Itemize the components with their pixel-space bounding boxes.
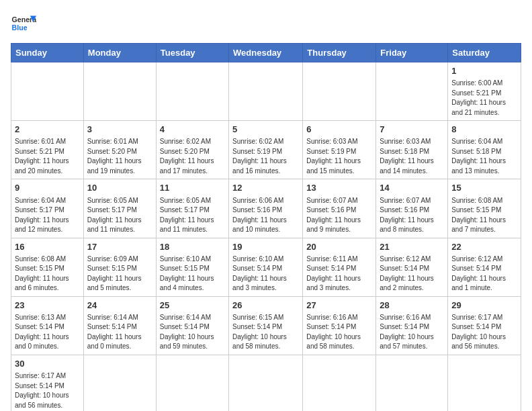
day-number: 5 (232, 124, 299, 136)
col-header-friday: Friday (376, 44, 448, 62)
day-info: Sunrise: 6:15 AM Sunset: 5:14 PM Dayligh… (232, 313, 299, 352)
day-info: Sunrise: 6:01 AM Sunset: 5:20 PM Dayligh… (87, 137, 152, 176)
day-number: 19 (232, 241, 299, 253)
calendar-cell: 17Sunrise: 6:09 AM Sunset: 5:15 PM Dayli… (83, 238, 156, 296)
day-number: 13 (306, 182, 372, 194)
day-info: Sunrise: 6:10 AM Sunset: 5:14 PM Dayligh… (232, 255, 299, 293)
calendar-cell: 2Sunrise: 6:01 AM Sunset: 5:21 PM Daylig… (11, 121, 84, 179)
calendar-cell: 30Sunrise: 6:17 AM Sunset: 5:14 PM Dayli… (11, 355, 84, 411)
col-header-tuesday: Tuesday (156, 44, 228, 62)
day-number: 2 (15, 124, 80, 136)
day-number: 23 (15, 300, 80, 312)
col-header-sunday: Sunday (11, 44, 84, 62)
calendar-cell: 15Sunrise: 6:08 AM Sunset: 5:15 PM Dayli… (448, 179, 521, 238)
calendar-cell: 12Sunrise: 6:06 AM Sunset: 5:16 PM Dayli… (229, 179, 303, 238)
calendar-header-row: SundayMondayTuesdayWednesdayThursdayFrid… (11, 44, 521, 62)
day-info: Sunrise: 6:07 AM Sunset: 5:16 PM Dayligh… (380, 196, 444, 235)
calendar-cell (156, 355, 228, 411)
day-info: Sunrise: 6:14 AM Sunset: 5:14 PM Dayligh… (87, 313, 152, 352)
day-number: 7 (380, 124, 444, 136)
calendar-cell: 24Sunrise: 6:14 AM Sunset: 5:14 PM Dayli… (83, 296, 156, 355)
day-info: Sunrise: 6:04 AM Sunset: 5:17 PM Dayligh… (15, 196, 80, 235)
day-info: Sunrise: 6:08 AM Sunset: 5:15 PM Dayligh… (451, 196, 517, 235)
day-number: 8 (451, 124, 517, 136)
calendar-cell (448, 355, 521, 411)
day-info: Sunrise: 6:08 AM Sunset: 5:15 PM Dayligh… (15, 255, 80, 293)
day-info: Sunrise: 6:03 AM Sunset: 5:19 PM Dayligh… (306, 137, 372, 176)
calendar-cell: 18Sunrise: 6:10 AM Sunset: 5:15 PM Dayli… (156, 238, 228, 296)
calendar-cell: 22Sunrise: 6:12 AM Sunset: 5:14 PM Dayli… (448, 238, 521, 296)
calendar-cell: 1Sunrise: 6:00 AM Sunset: 5:21 PM Daylig… (448, 62, 521, 121)
day-number: 18 (160, 241, 225, 253)
day-number: 9 (15, 182, 80, 194)
day-number: 26 (232, 300, 299, 312)
day-info: Sunrise: 6:11 AM Sunset: 5:14 PM Dayligh… (306, 255, 372, 293)
day-number: 10 (87, 182, 152, 194)
day-number: 15 (451, 182, 517, 194)
day-number: 29 (451, 300, 517, 312)
header: General Blue (11, 11, 521, 36)
calendar-week-row: 23Sunrise: 6:13 AM Sunset: 5:14 PM Dayli… (11, 296, 521, 355)
generalblue-logo-icon: General Blue (11, 11, 36, 36)
day-number: 21 (380, 241, 444, 253)
calendar-cell (229, 62, 303, 121)
day-info: Sunrise: 6:04 AM Sunset: 5:18 PM Dayligh… (451, 137, 517, 176)
col-header-monday: Monday (83, 44, 156, 62)
calendar-cell: 26Sunrise: 6:15 AM Sunset: 5:14 PM Dayli… (229, 296, 303, 355)
calendar-week-row: 9Sunrise: 6:04 AM Sunset: 5:17 PM Daylig… (11, 179, 521, 238)
calendar-cell: 27Sunrise: 6:16 AM Sunset: 5:14 PM Dayli… (303, 296, 376, 355)
day-info: Sunrise: 6:03 AM Sunset: 5:18 PM Dayligh… (380, 137, 444, 176)
day-info: Sunrise: 6:12 AM Sunset: 5:14 PM Dayligh… (451, 255, 517, 293)
calendar-cell: 29Sunrise: 6:17 AM Sunset: 5:14 PM Dayli… (448, 296, 521, 355)
calendar-cell (156, 62, 228, 121)
calendar-cell: 8Sunrise: 6:04 AM Sunset: 5:18 PM Daylig… (448, 121, 521, 179)
day-info: Sunrise: 6:16 AM Sunset: 5:14 PM Dayligh… (306, 313, 372, 352)
calendar-cell (83, 62, 156, 121)
day-info: Sunrise: 6:09 AM Sunset: 5:15 PM Dayligh… (87, 255, 152, 293)
day-number: 30 (15, 358, 80, 370)
day-number: 4 (160, 124, 225, 136)
calendar-cell: 10Sunrise: 6:05 AM Sunset: 5:17 PM Dayli… (83, 179, 156, 238)
day-info: Sunrise: 6:13 AM Sunset: 5:14 PM Dayligh… (15, 313, 80, 352)
svg-text:Blue: Blue (12, 24, 28, 32)
day-number: 24 (87, 300, 152, 312)
calendar-week-row: 30Sunrise: 6:17 AM Sunset: 5:14 PM Dayli… (11, 355, 521, 411)
day-info: Sunrise: 6:16 AM Sunset: 5:14 PM Dayligh… (380, 313, 444, 352)
calendar-cell: 9Sunrise: 6:04 AM Sunset: 5:17 PM Daylig… (11, 179, 84, 238)
day-info: Sunrise: 6:02 AM Sunset: 5:20 PM Dayligh… (160, 137, 225, 176)
logo: General Blue (11, 11, 36, 36)
calendar-week-row: 16Sunrise: 6:08 AM Sunset: 5:15 PM Dayli… (11, 238, 521, 296)
day-number: 17 (87, 241, 152, 253)
day-number: 14 (380, 182, 444, 194)
col-header-wednesday: Wednesday (229, 44, 303, 62)
calendar-cell: 4Sunrise: 6:02 AM Sunset: 5:20 PM Daylig… (156, 121, 228, 179)
col-header-saturday: Saturday (448, 44, 521, 62)
calendar-week-row: 1Sunrise: 6:00 AM Sunset: 5:21 PM Daylig… (11, 62, 521, 121)
col-header-thursday: Thursday (303, 44, 376, 62)
calendar-cell (229, 355, 303, 411)
day-info: Sunrise: 6:17 AM Sunset: 5:14 PM Dayligh… (451, 313, 517, 352)
calendar-cell: 6Sunrise: 6:03 AM Sunset: 5:19 PM Daylig… (303, 121, 376, 179)
day-number: 12 (232, 182, 299, 194)
day-info: Sunrise: 6:05 AM Sunset: 5:17 PM Dayligh… (87, 196, 152, 235)
calendar-cell (376, 62, 448, 121)
day-info: Sunrise: 6:17 AM Sunset: 5:14 PM Dayligh… (15, 371, 80, 410)
calendar-cell: 28Sunrise: 6:16 AM Sunset: 5:14 PM Dayli… (376, 296, 448, 355)
day-info: Sunrise: 6:07 AM Sunset: 5:16 PM Dayligh… (306, 196, 372, 235)
day-info: Sunrise: 6:10 AM Sunset: 5:15 PM Dayligh… (160, 255, 225, 293)
calendar-cell: 5Sunrise: 6:02 AM Sunset: 5:19 PM Daylig… (229, 121, 303, 179)
day-number: 1 (451, 65, 517, 77)
day-info: Sunrise: 6:05 AM Sunset: 5:17 PM Dayligh… (160, 196, 225, 235)
day-info: Sunrise: 6:06 AM Sunset: 5:16 PM Dayligh… (232, 196, 299, 235)
calendar-cell: 19Sunrise: 6:10 AM Sunset: 5:14 PM Dayli… (229, 238, 303, 296)
calendar-cell (303, 62, 376, 121)
calendar-cell: 20Sunrise: 6:11 AM Sunset: 5:14 PM Dayli… (303, 238, 376, 296)
calendar-week-row: 2Sunrise: 6:01 AM Sunset: 5:21 PM Daylig… (11, 121, 521, 179)
calendar-cell: 25Sunrise: 6:14 AM Sunset: 5:14 PM Dayli… (156, 296, 228, 355)
calendar-cell (11, 62, 84, 121)
calendar-cell: 7Sunrise: 6:03 AM Sunset: 5:18 PM Daylig… (376, 121, 448, 179)
day-info: Sunrise: 6:01 AM Sunset: 5:21 PM Dayligh… (15, 137, 80, 176)
calendar-cell: 14Sunrise: 6:07 AM Sunset: 5:16 PM Dayli… (376, 179, 448, 238)
day-number: 16 (15, 241, 80, 253)
calendar-cell: 16Sunrise: 6:08 AM Sunset: 5:15 PM Dayli… (11, 238, 84, 296)
